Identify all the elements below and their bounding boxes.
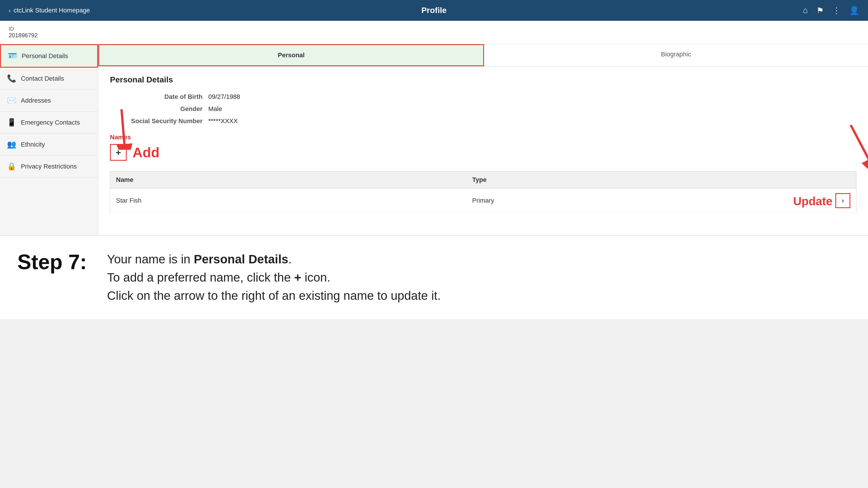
- instruction-line2-bold: +: [294, 270, 302, 284]
- id-section: ID 201896792: [0, 21, 868, 44]
- sidebar-item-ethnicity[interactable]: 👥 Ethnicity: [0, 134, 98, 156]
- main-container: 🪪 Personal Details 📞 Contact Details ✉️ …: [0, 44, 868, 235]
- personal-details-icon: 🪪: [8, 52, 17, 60]
- tabs-row: Personal Biographic: [98, 44, 868, 66]
- personal-details-heading: Personal Details: [110, 75, 857, 85]
- sidebar-item-privacy-restrictions-label: Privacy Restrictions: [21, 163, 77, 170]
- topbar-icons: ⌂ ⚑ ⋮ 👤: [803, 6, 859, 15]
- personal-info: Date of Birth 09/27/1988 Gender Male Soc…: [110, 93, 857, 125]
- ssn-label: Social Security Number: [110, 118, 203, 125]
- instruction-line2: To add a preferred name, click the + ico…: [107, 268, 441, 287]
- back-button[interactable]: ‹ ctcLink Student Homepage: [9, 7, 90, 14]
- gender-label: Gender: [110, 105, 203, 113]
- dob-label: Date of Birth: [110, 93, 203, 101]
- sidebar-item-ethnicity-label: Ethnicity: [21, 141, 45, 148]
- instruction-section: Step 7: Your name is in Personal Details…: [0, 235, 868, 319]
- update-label: Update: [793, 195, 832, 208]
- instruction-line2-end: icon.: [305, 270, 331, 284]
- sidebar-item-personal-details-label: Personal Details: [22, 52, 68, 60]
- emergency-contacts-icon: 📱: [7, 118, 16, 127]
- sidebar: 🪪 Personal Details 📞 Contact Details ✉️ …: [0, 44, 98, 235]
- sidebar-item-contact-details-label: Contact Details: [21, 75, 64, 83]
- tab-personal[interactable]: Personal: [98, 44, 484, 66]
- ssn-value: *****XXXX: [208, 118, 238, 125]
- gender-value: Male: [208, 105, 222, 113]
- type-cell: Primary: [466, 189, 787, 213]
- more-options-icon[interactable]: ⋮: [832, 6, 840, 15]
- step-label: Step 7:: [18, 250, 93, 274]
- action-cell: Update ›: [787, 189, 856, 213]
- names-title: Names: [110, 134, 857, 141]
- names-section: Names + Add: [110, 134, 857, 213]
- addresses-icon: ✉️: [7, 96, 16, 105]
- update-name-button[interactable]: ›: [835, 193, 850, 208]
- instruction-line1-start: Your name is in: [107, 252, 190, 266]
- instruction-text: Your name is in Personal Details. To add…: [107, 250, 441, 305]
- add-button-row: + Add: [110, 144, 159, 161]
- sidebar-item-addresses[interactable]: ✉️ Addresses: [0, 90, 98, 111]
- table-row: Star Fish Primary Update ›: [110, 189, 857, 213]
- gender-row: Gender Male: [110, 105, 857, 113]
- table-header-row: Name Type: [110, 171, 857, 189]
- instruction-line3: Click on the arrow to the right of an ex…: [107, 287, 441, 305]
- flag-icon[interactable]: ⚑: [816, 6, 824, 15]
- name-col-header: Name: [110, 171, 467, 189]
- tab-biographic[interactable]: Biographic: [484, 44, 868, 66]
- privacy-restrictions-icon: 🔒: [7, 162, 16, 171]
- instruction-line2-start: To add a preferred name, click the: [107, 270, 291, 284]
- page-title: Profile: [421, 6, 446, 15]
- home-icon[interactable]: ⌂: [803, 6, 808, 15]
- action-col-header: [787, 171, 856, 189]
- back-arrow-icon: ‹: [9, 7, 11, 14]
- id-value: 201896792: [9, 32, 859, 39]
- dob-value: 09/27/1988: [208, 93, 240, 101]
- sidebar-item-privacy-restrictions[interactable]: 🔒 Privacy Restrictions: [0, 156, 98, 177]
- user-icon[interactable]: 👤: [849, 6, 859, 15]
- id-label: ID: [9, 26, 859, 32]
- content-area: Personal Biographic Personal Details Dat…: [98, 44, 868, 235]
- contact-details-icon: 📞: [7, 74, 16, 83]
- sidebar-item-contact-details[interactable]: 📞 Contact Details: [0, 68, 98, 90]
- instruction-line1-bold: Personal Details: [194, 252, 288, 266]
- profile-content: Personal Details Date of Birth 09/27/198…: [98, 66, 868, 222]
- sidebar-item-emergency-contacts-label: Emergency Contacts: [21, 119, 80, 126]
- topbar: ‹ ctcLink Student Homepage Profile ⌂ ⚑ ⋮…: [0, 0, 868, 21]
- add-label: Add: [132, 144, 159, 160]
- back-label: ctcLink Student Homepage: [13, 7, 90, 14]
- ethnicity-icon: 👥: [7, 140, 16, 149]
- ssn-row: Social Security Number *****XXXX: [110, 118, 857, 125]
- sidebar-item-addresses-label: Addresses: [21, 97, 51, 104]
- add-name-button[interactable]: +: [110, 144, 127, 161]
- sidebar-item-emergency-contacts[interactable]: 📱 Emergency Contacts: [0, 111, 98, 134]
- name-cell: Star Fish: [110, 189, 467, 213]
- dob-row: Date of Birth 09/27/1988: [110, 93, 857, 101]
- sidebar-item-personal-details[interactable]: 🪪 Personal Details: [0, 44, 98, 68]
- instruction-line1: Your name is in Personal Details.: [107, 250, 441, 268]
- instruction-line1-end: .: [288, 252, 292, 266]
- type-col-header: Type: [466, 171, 787, 189]
- names-table: Name Type Star Fish Primary: [110, 171, 857, 213]
